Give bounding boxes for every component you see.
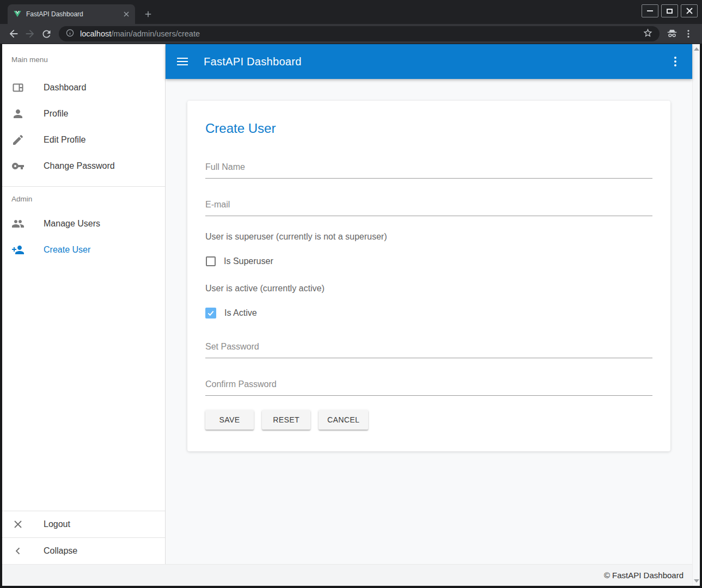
cancel-button[interactable]: CANCEL: [319, 410, 368, 430]
checkbox-checked-icon[interactable]: [205, 308, 216, 318]
sidebar-item-label: Edit Profile: [44, 135, 86, 145]
page: Main menu Dashboard Profile: [0, 44, 702, 588]
footer-copyright: © FastAPI Dashboard: [604, 571, 683, 580]
full-name-field[interactable]: Full Name: [205, 162, 652, 179]
site-info-icon[interactable]: [65, 28, 75, 40]
footer: © FastAPI Dashboard: [2, 564, 692, 586]
close-icon: [11, 518, 25, 531]
pencil-icon: [11, 133, 25, 146]
browser-menu-icon[interactable]: [680, 26, 697, 42]
sidebar-item-manage-users[interactable]: Manage Users: [2, 211, 165, 237]
dashboard-icon: [11, 81, 25, 94]
maximize-button[interactable]: [661, 4, 678, 17]
is-active-checkbox[interactable]: Is Active: [205, 307, 652, 320]
sidebar-item-profile[interactable]: Profile: [2, 101, 165, 127]
url-bar[interactable]: localhost/main/admin/users/create: [59, 26, 660, 41]
sidebar: Main menu Dashboard Profile: [2, 44, 166, 564]
sidebar-item-label: Profile: [44, 109, 68, 119]
tab-close-icon[interactable]: [122, 10, 131, 19]
page-title: Create User: [205, 120, 652, 137]
url-text[interactable]: localhost/main/admin/users/create: [80, 29, 637, 38]
browser-toolbar: localhost/main/admin/users/create: [0, 24, 702, 44]
sidebar-item-label: Change Password: [44, 161, 115, 171]
scroll-up-icon[interactable]: [694, 47, 699, 51]
checkbox-unchecked-icon[interactable]: [206, 256, 216, 266]
sidebar-header-main-menu: Main menu: [2, 44, 165, 75]
sidebar-spacer: [2, 263, 165, 511]
email-field[interactable]: E-mail: [205, 199, 652, 216]
incognito-icon: [664, 26, 680, 42]
group-icon: [11, 217, 25, 230]
is-active-label: Is Active: [224, 308, 257, 318]
sidebar-item-change-password[interactable]: Change Password: [2, 153, 165, 179]
sidebar-item-label: Collapse: [44, 546, 77, 556]
sidebar-item-collapse[interactable]: Collapse: [2, 538, 165, 564]
minimize-button[interactable]: [642, 4, 658, 17]
vue-favicon-icon: [13, 10, 22, 19]
close-window-button[interactable]: [681, 4, 698, 17]
is-superuser-checkbox[interactable]: Is Superuser: [205, 255, 652, 268]
set-password-field[interactable]: Set Password: [205, 341, 652, 358]
app-bar-menu-icon[interactable]: [669, 55, 682, 68]
tab-title: FastAPI Dashboard: [26, 10, 118, 18]
app-bar: FastAPI Dashboard: [166, 44, 692, 79]
new-tab-button[interactable]: [141, 7, 156, 22]
active-note: User is active (currently active): [205, 283, 652, 295]
sidebar-item-label: Logout: [44, 519, 70, 529]
window-controls: [642, 4, 698, 17]
page-scrollbar[interactable]: [692, 44, 700, 586]
url-path: /main/admin/users/create: [111, 29, 200, 38]
confirm-password-label: Confirm Password: [205, 379, 652, 389]
bookmark-star-icon[interactable]: [643, 28, 653, 40]
main-area: FastAPI Dashboard Create User Full Name …: [166, 44, 692, 564]
superuser-note: User is superuser (currently is not a su…: [205, 231, 652, 243]
sidebar-item-label: Manage Users: [44, 219, 100, 229]
sidebar-item-label: Dashboard: [44, 83, 86, 93]
url-host: localhost: [80, 29, 111, 38]
content-area: Create User Full Name E-mail User is sup…: [166, 79, 692, 564]
is-superuser-label: Is Superuser: [224, 256, 273, 266]
create-user-card: Create User Full Name E-mail User is sup…: [187, 101, 670, 451]
person-icon: [11, 107, 25, 120]
sidebar-item-dashboard[interactable]: Dashboard: [2, 75, 165, 101]
sidebar-item-label: Create User: [44, 245, 90, 255]
chevron-left-icon: [11, 544, 25, 558]
browser-window: FastAPI Dashboard localhost/m: [0, 0, 702, 588]
sidebar-header-admin: Admin: [2, 187, 165, 211]
set-password-label: Set Password: [205, 341, 652, 352]
sidebar-item-logout[interactable]: Logout: [2, 511, 165, 537]
scroll-down-icon[interactable]: [694, 579, 699, 583]
form-actions: SAVE RESET CANCEL: [205, 410, 652, 430]
app-bar-title: FastAPI Dashboard: [204, 56, 302, 68]
reset-button[interactable]: RESET: [262, 410, 310, 430]
browser-tab[interactable]: FastAPI Dashboard: [8, 4, 135, 24]
confirm-password-field[interactable]: Confirm Password: [205, 379, 652, 396]
email-label: E-mail: [205, 199, 652, 210]
save-button[interactable]: SAVE: [205, 410, 254, 430]
tab-strip: FastAPI Dashboard: [0, 0, 702, 24]
sidebar-item-edit-profile[interactable]: Edit Profile: [2, 127, 165, 153]
sidebar-item-create-user[interactable]: Create User: [2, 237, 165, 263]
hamburger-menu-icon[interactable]: [176, 55, 189, 68]
key-icon: [11, 160, 25, 173]
back-icon[interactable]: [5, 26, 22, 42]
full-name-label: Full Name: [205, 162, 652, 172]
forward-icon[interactable]: [22, 26, 38, 42]
reload-icon[interactable]: [38, 26, 54, 42]
person-add-icon: [11, 243, 25, 256]
